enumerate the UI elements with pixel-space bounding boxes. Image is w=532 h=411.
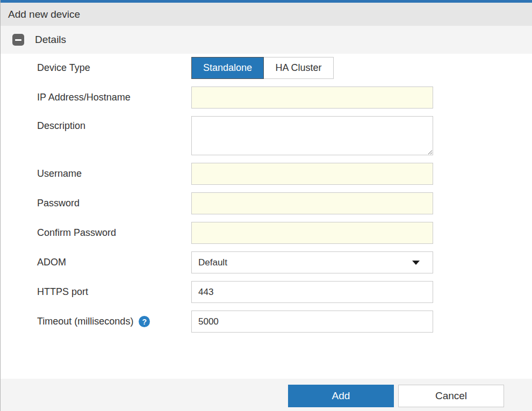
device-type-option-standalone[interactable]: Standalone <box>191 57 264 79</box>
timeout-label: Timeout (milliseconds) ? <box>37 316 191 328</box>
description-row: Description <box>1 116 532 155</box>
ip-address-row: IP Address/Hostname <box>1 86 532 109</box>
device-type-toggle: Standalone HA Cluster <box>191 57 334 79</box>
dialog-header: Add new device <box>1 3 532 26</box>
username-label: Username <box>37 168 191 180</box>
add-new-device-dialog: Add new device Details Device Type Stand… <box>0 0 532 411</box>
adom-row: ADOM Default <box>1 251 532 273</box>
dialog-title: Add new device <box>8 9 80 20</box>
device-type-label: Device Type <box>37 62 191 74</box>
dialog-footer: Add Cancel <box>1 379 532 411</box>
confirm-password-row: Confirm Password <box>1 222 532 244</box>
https-port-row: HTTPS port <box>1 281 532 303</box>
password-label: Password <box>37 198 191 210</box>
adom-selected-value: Default <box>198 257 412 268</box>
timeout-input[interactable] <box>191 311 433 333</box>
timeout-row: Timeout (milliseconds) ? <box>1 311 532 333</box>
adom-label: ADOM <box>37 257 191 269</box>
help-question-icon[interactable]: ? <box>139 316 150 327</box>
ip-address-input[interactable] <box>191 86 433 109</box>
confirm-password-label: Confirm Password <box>37 227 191 239</box>
device-type-option-ha-cluster[interactable]: HA Cluster <box>264 57 334 79</box>
description-textarea[interactable] <box>191 116 433 155</box>
details-form: Device Type Standalone HA Cluster IP Add… <box>1 54 532 379</box>
details-section-header[interactable]: Details <box>1 26 532 54</box>
username-row: Username <box>1 163 532 185</box>
confirm-password-input[interactable] <box>191 222 433 244</box>
chevron-down-icon <box>412 261 420 265</box>
description-label: Description <box>37 116 191 132</box>
adom-select[interactable]: Default <box>191 251 433 273</box>
cancel-button[interactable]: Cancel <box>398 385 504 407</box>
https-port-input[interactable] <box>191 281 433 303</box>
device-type-row: Device Type Standalone HA Cluster <box>1 57 532 79</box>
username-input[interactable] <box>191 163 433 185</box>
collapse-minus-icon[interactable] <box>12 34 24 46</box>
https-port-label: HTTPS port <box>37 286 191 298</box>
details-section-label: Details <box>35 34 66 46</box>
password-input[interactable] <box>191 192 433 214</box>
password-row: Password <box>1 192 532 214</box>
ip-address-label: IP Address/Hostname <box>37 92 191 104</box>
add-button[interactable]: Add <box>288 385 394 407</box>
